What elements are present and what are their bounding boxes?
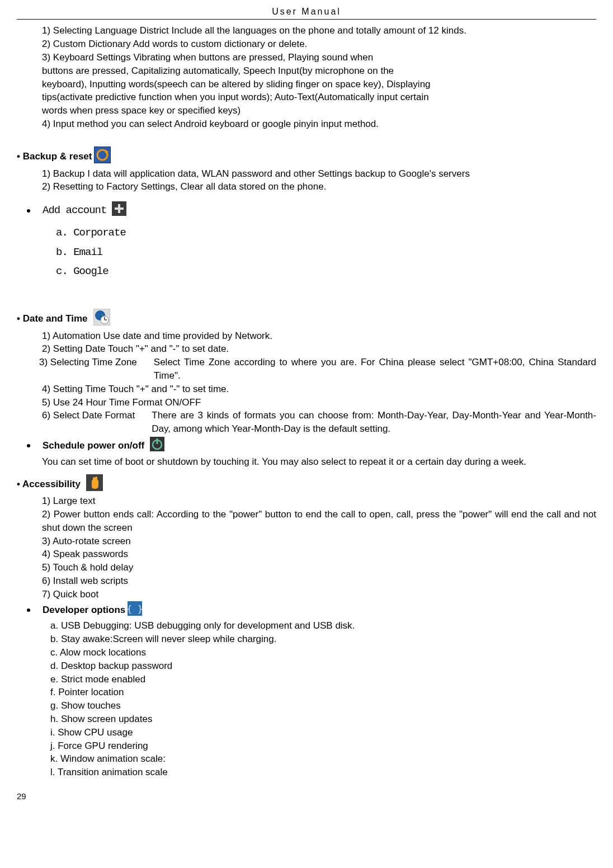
text-line: buttons are pressed, Capitalizing automa… [42, 64, 596, 78]
list-item: 2) Setting Date Touch "+" and "-" to set… [42, 342, 596, 356]
page-header: User Manual [17, 6, 596, 20]
list-item: 4) Speak passwords [42, 548, 596, 561]
bullet-icon [27, 608, 30, 612]
list-item: b. Stay awake:Screen will never sleep wh… [50, 633, 596, 646]
list-item: 3) Auto-rotate screen [42, 535, 596, 548]
list-item: 1) Backup I data will application data, … [42, 167, 596, 181]
text-line: 1) Selecting Language District Include a… [42, 24, 596, 37]
list-item: 6) Install web scripts [42, 574, 596, 588]
list-item: i. Show CPU usage [50, 726, 596, 739]
page-number: 29 [17, 790, 596, 802]
list-item: a. Corporate [56, 225, 596, 240]
list-item-text: Select Time Zone according to where you … [154, 356, 596, 383]
power-icon [150, 437, 164, 455]
list-item: 7) Quick boot [42, 588, 596, 601]
text-line: tips(activate predictive function when y… [42, 91, 596, 104]
list-item: 5) Touch & hold delay [42, 561, 596, 574]
list-item-label: 6) Select Date Format [42, 409, 135, 436]
svg-rect-12 [157, 438, 158, 444]
list-item: k. Window animation scale: [50, 752, 596, 766]
list-item: 4) Setting Time Touch "+" and "-" to set… [42, 383, 596, 396]
developer-options-heading: Developer options [43, 603, 125, 617]
add-account-heading: Add account [43, 203, 106, 218]
text-line: 4) Input method you can select Android k… [42, 117, 596, 131]
braces-icon: { } [128, 601, 142, 620]
list-item: l. Transition animation scale [50, 766, 596, 779]
list-item-label: 3) Selecting Time Zone [39, 356, 137, 383]
list-item: 1) Automation Use date and time provided… [42, 329, 596, 343]
list-item-text: There are 3 kinds of formats you can cho… [152, 409, 596, 436]
list-item: g. Show touches [50, 699, 596, 713]
list-item: 2) Resetting to Factory Settings, Clear … [42, 180, 596, 194]
backup-reset-icon [94, 147, 111, 167]
list-item: a. USB Debugging: USB debugging only for… [50, 619, 596, 633]
backup-items: 1) Backup I data will application data, … [17, 167, 596, 194]
accessibility-heading: • Accessibility [17, 474, 103, 495]
list-item: 2) Power button ends call: According to … [42, 508, 596, 535]
heading-text: • Backup & reset [17, 150, 92, 163]
list-item: c. Google [56, 264, 596, 279]
list-item: e. Strict mode enabled [50, 673, 596, 686]
backup-reset-heading: • Backup & reset [17, 147, 111, 167]
globe-clock-icon [93, 309, 110, 329]
plus-icon [112, 201, 126, 220]
list-item: c. Alow mock locations [50, 646, 596, 659]
schedule-text: You can set time of boot or shutdown by … [17, 455, 596, 469]
list-item: 5) Use 24 Hour Time Format ON/OFF [42, 396, 596, 409]
list-item: 1) Large text [42, 494, 596, 508]
svg-text:{ }: { } [128, 603, 142, 614]
text-line: keyboard), Inputting words(speech can be… [42, 78, 596, 91]
list-item: h. Show screen updates [50, 713, 596, 726]
text-line: 2) Custom Dictionary Add words to custom… [42, 37, 596, 51]
text-line: words when press space key or specified … [42, 104, 596, 117]
bullet-icon [27, 444, 30, 447]
text-line: 3) Keyboard Settings Vibrating when butt… [42, 51, 596, 64]
list-item: j. Force GPU rendering [50, 739, 596, 753]
heading-text: • Accessibility [17, 478, 81, 491]
heading-text: • Date and Time [17, 312, 88, 326]
date-time-heading: • Date and Time [17, 309, 110, 329]
language-keyboard-block: 1) Selecting Language District Include a… [17, 24, 596, 130]
list-item: d. Desktop backup password [50, 659, 596, 673]
bullet-icon [27, 209, 30, 213]
hand-icon [86, 474, 103, 495]
list-item: b. Email [56, 245, 596, 260]
list-item: f. Pointer location [50, 686, 596, 699]
schedule-power-heading: Schedule power on/off [43, 439, 144, 452]
svg-rect-4 [115, 207, 124, 210]
